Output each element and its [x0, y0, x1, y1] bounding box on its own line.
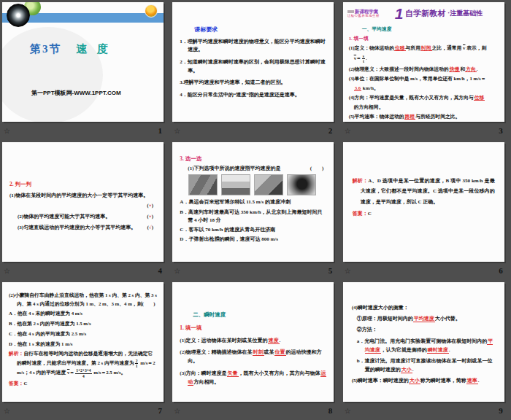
text-segment: 21 [135, 359, 139, 369]
text-segment: . [280, 338, 281, 343]
slide-thumbnail-6[interactable]: 解析：A、D 选项中是某一位置的速度，B 项中 350 km/h 是最大速度，它… [343, 142, 504, 262]
text-line: (4)方向：平均速度是矢量，既有大小又有方向，其方向与位移 [349, 94, 499, 102]
text-line: 3. 选一选 [180, 155, 326, 163]
text-segment: . [449, 347, 450, 353]
text-line: v＝st. [349, 54, 499, 64]
text-line: ①原理：用极短时间内的平均速度大小代替。 [352, 315, 496, 324]
text-segment: 2. 判一判 [9, 181, 31, 187]
thumb-strip: ☆ 8 [172, 403, 334, 418]
text-segment: . [366, 55, 367, 61]
star-marker-icon[interactable]: ☆ [4, 407, 10, 415]
brand-logo-icon [347, 10, 354, 13]
slide-thumbnail-8[interactable]: 二、瞬时速度1. 填一填(1)定义：运动物体在某时刻或某位置的速度.(2)物理意… [172, 282, 334, 402]
text-line: b．速度计法。用速度计可直接读出物体在某一时刻或某一位置的瞬时速度的大小. [352, 357, 496, 375]
star-marker-icon[interactable]: ☆ [4, 127, 10, 135]
text-segment: 与所用 [406, 45, 420, 50]
text-line: 课标要求 [180, 25, 326, 35]
text-segment: (2)物理意义：大致描述一段时间内物体运动的 [349, 66, 449, 71]
text-line: 的方向相同。 [349, 104, 499, 112]
text-line: (2)物体的平均速度可能大于其平均速率。(×) [9, 213, 156, 221]
sprinter-photo [188, 174, 218, 195]
text-segment: ( ) [310, 166, 324, 171]
slide-thumbnail-7[interactable]: (2)小蒙骑自行车由静止沿直线运动，他在第 1 s 内、第 2 s 内、第 3 … [2, 282, 164, 402]
slide-thumbnail-9[interactable]: (4)瞬时速度大小的测量：①原理：用极短时间内的平均速度大小代替。②方法：a．光… [343, 282, 504, 402]
text-segment: 解析： [353, 178, 369, 184]
text-segment: 的方向相同。 [354, 104, 384, 109]
text-line: (2)物理意义：精确描述物体在某时刻或某位置的运动快慢和方向。 [180, 349, 326, 366]
brand-slogan: 让核心素养落地生根 [347, 15, 393, 18]
text-segment: 称为瞬时速率，简称 [420, 378, 466, 384]
text-line: (×) [9, 202, 156, 210]
text-line: (1)定义：运动物体在某时刻或某位置的速度. [180, 337, 326, 346]
star-marker-icon[interactable]: ☆ [174, 127, 180, 135]
text-segment: A、D 选项中是某一位置的速度，B 项中 350 km/h 是最大速度，它们都不… [361, 178, 495, 205]
text-line: B．他在第 2 s 内的平均速度为 1.5 m/s [9, 319, 157, 328]
text-segment: 3.理解平均速度和平均速率，知道二者的区别。 [180, 79, 285, 85]
text-line: (4)瞬时速度大小的测量： [352, 304, 496, 313]
text-segment: 位置 [274, 349, 286, 356]
text-segment: 答案： [353, 211, 368, 217]
dandelion-photo-icon [7, 4, 30, 27]
text-segment: B．他在第 2 s 内的平均速度为 1.5 m/s [9, 321, 91, 326]
text-segment: 1. 填一填 [349, 36, 369, 41]
slide-page-number: 9 [499, 406, 503, 415]
star-marker-icon[interactable]: ☆ [345, 267, 351, 275]
text-line: 解析：自行车在相等时间内运动的位移是逐渐增大的，无法确定它的瞬时速度，只能求出平… [9, 349, 157, 378]
slide-thumbnail-3[interactable]: 新课程学案 让核心素养落地生根 1 自学新教材 ·注重基础性 一、平均速度1. … [343, 2, 504, 122]
flower-icon [145, 4, 158, 18]
text-segment: km/h。 [361, 85, 379, 90]
text-line: 二、瞬时速度 [180, 311, 326, 320]
page-title: 速 度 [76, 43, 112, 55]
star-marker-icon[interactable]: ☆ [345, 407, 351, 415]
slide-body: 二、瞬时速度1. 填一填(1)定义：运动物体在某时刻或某位置的速度.(2)物理意… [172, 282, 334, 387]
text-line: 2. 判一判 [9, 180, 156, 189]
text-line: (1)定义：物体运动的位移与所用时间之比，通常用 v 表示，则 [349, 44, 499, 52]
text-segment: 速度 [268, 338, 280, 344]
star-marker-icon[interactable]: ☆ [174, 407, 180, 415]
text-line: A．他在 4 s 末的瞬时速度为 4 m/s [9, 309, 157, 318]
text-line: 2．知道瞬时速度和瞬时速率的区别，会利用极限思想计算瞬时速率。 [180, 58, 326, 76]
bullet-photo [287, 174, 316, 195]
watermark-circle [2, 27, 103, 122]
text-segment: 1. 填一填 [180, 324, 201, 331]
title-row: 第3节 速 度 [30, 42, 112, 56]
text-line: 3.6 km/h。 [349, 85, 499, 93]
text-segment: 位移 [394, 45, 406, 51]
car-photo [254, 174, 283, 195]
star-marker-icon[interactable]: ☆ [174, 267, 180, 275]
slide-thumbnail-5[interactable]: 3. 选一选(1)下列选项中所说的速度指平均速度的是( ) A．奥运会百米冠军博… [172, 142, 334, 262]
text-segment: (1)定义：物体运动的 [349, 45, 394, 50]
text-segment: ) [152, 203, 153, 209]
text-segment: 1．理解平均速度和瞬时速度的物理意义，能区分平均速度和瞬时速度。 [180, 39, 326, 53]
text-segment: ) [152, 225, 153, 230]
slide-grid: 第3节 速 度 第一PPT模板网-WWW.1PPT.COM ☆ 1 课标要求1．… [0, 0, 511, 420]
text-line: 1. 填一填 [180, 324, 326, 333]
text-segment: 解析： [9, 351, 23, 356]
text-line: B．高速列车时速最高可达 350 km/h，从北京到上海最短时间只需 4 小时 … [180, 209, 326, 225]
thumb-strip: ☆ 2 [172, 123, 334, 138]
thumb-strip: ☆ 5 [172, 263, 334, 278]
text-segment: (1)定义：运动物体在某时刻或某位置的 [180, 338, 267, 343]
slide-thumbnail-1[interactable]: 第3节 速 度 第一PPT模板网-WWW.1PPT.COM [2, 2, 164, 122]
star-marker-icon[interactable]: ☆ [4, 267, 10, 275]
slide-page-number: 2 [328, 126, 333, 135]
slide-thumbnail-4[interactable]: 2. 判一判(1)物体在某段时间内的平均速度的大小一定等于其平均速率。(×)(2… [2, 142, 164, 262]
text-segment: 一、平均速度 [362, 26, 392, 31]
text-line: D．他在 1 s 末的速度为 1 m/s [9, 340, 157, 349]
star-marker-icon[interactable]: ☆ [345, 127, 351, 135]
text-segment: A．他在 4 s 末的瞬时速度为 4 m/s [9, 311, 82, 316]
slide-thumbnail-2[interactable]: 课标要求1．理解平均速度和瞬时速度的物理意义，能区分平均速度和瞬时速度。2．知道… [172, 2, 334, 122]
text-segment: a．光电门法。用光电门实验装置可测物体在极短时间内的 [357, 338, 488, 344]
text-segment: 1+2+3+44 [75, 368, 91, 378]
text-segment: 平均速度 [413, 316, 435, 322]
slide-body: 课标要求1．理解平均速度和瞬时速度的物理意义，能区分平均速度和瞬时速度。2．知道… [172, 2, 334, 99]
slide-cell-8: 二、瞬时速度1. 填一填(1)定义：运动物体在某时刻或某位置的速度.(2)物理意… [170, 280, 340, 420]
text-segment: 课标要求 [194, 26, 218, 33]
text-segment: 矢量 [227, 370, 239, 377]
header-title: 自学新教材 [405, 8, 445, 19]
text-segment: C [23, 381, 27, 386]
text-line: 答案：C [353, 209, 495, 219]
text-segment: ，认为它就是测得的 [381, 347, 427, 353]
text-segment: ) [152, 214, 153, 219]
text-segment: 2．知道瞬时速度和瞬时速率的区别，会利用极限思想计算瞬时速率。 [180, 59, 326, 74]
